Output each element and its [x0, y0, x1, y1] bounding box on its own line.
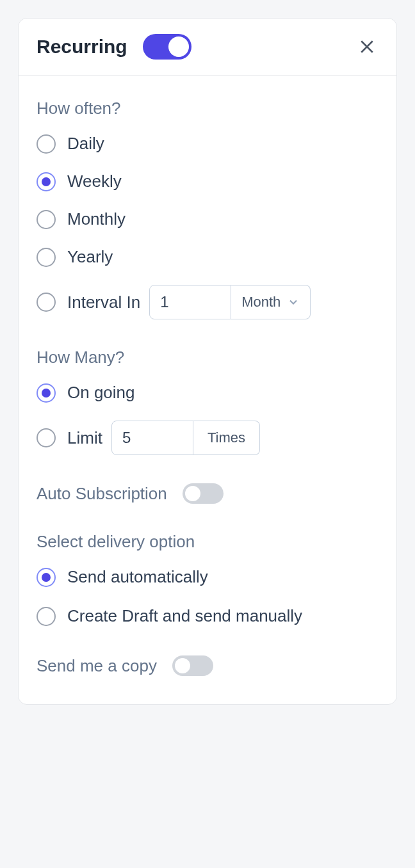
limit-input-group: Times	[111, 421, 260, 455]
radio-label-limit: Limit	[67, 428, 102, 448]
radio-ongoing[interactable]	[37, 383, 56, 403]
interval-unit-label: Month	[241, 294, 281, 310]
radio-label-daily: Daily	[67, 134, 104, 154]
recurring-toggle[interactable]	[143, 34, 191, 60]
interval-unit-select[interactable]: Month	[231, 285, 311, 319]
radio-daily[interactable]	[37, 134, 56, 154]
delivery-option-auto[interactable]: Send automatically	[37, 567, 378, 587]
delivery-option-draft[interactable]: Create Draft and send manually	[37, 605, 378, 627]
radio-interval[interactable]	[37, 293, 56, 312]
freq-option-yearly[interactable]: Yearly	[37, 247, 378, 267]
recurring-panel: Recurring How often? Daily Weekly Monthl…	[18, 18, 397, 705]
auto-subscription-label: Auto Subscription	[37, 484, 167, 504]
auto-subscription-row: Auto Subscription	[37, 483, 378, 504]
toggle-knob	[185, 486, 200, 501]
limit-value-input[interactable]	[111, 421, 193, 455]
limit-unit-box: Times	[193, 421, 260, 455]
freq-option-daily[interactable]: Daily	[37, 134, 378, 154]
freq-option-monthly[interactable]: Monthly	[37, 209, 378, 229]
panel-header: Recurring	[19, 19, 396, 76]
close-button[interactable]	[355, 35, 378, 58]
send-copy-row: Send me a copy	[37, 655, 378, 676]
radio-label-ongoing: On going	[67, 383, 135, 403]
close-icon	[357, 37, 377, 56]
send-copy-toggle[interactable]	[172, 655, 213, 676]
interval-input-group: Month	[149, 285, 311, 319]
radio-monthly[interactable]	[37, 210, 56, 229]
radio-yearly[interactable]	[37, 248, 56, 267]
toggle-knob	[175, 658, 190, 673]
chevron-down-icon	[287, 296, 300, 309]
panel-body: How often? Daily Weekly Monthly Yearly I…	[19, 76, 396, 704]
how-many-label: How Many?	[37, 348, 378, 367]
delivery-label: Select delivery option	[37, 532, 378, 552]
radio-label-weekly: Weekly	[67, 172, 122, 191]
radio-draft[interactable]	[37, 607, 56, 626]
radio-label-yearly: Yearly	[67, 247, 113, 267]
limit-unit-label: Times	[208, 430, 245, 446]
send-copy-label: Send me a copy	[37, 656, 157, 676]
radio-weekly[interactable]	[37, 172, 56, 191]
toggle-knob	[168, 36, 189, 57]
radio-limit[interactable]	[37, 428, 56, 447]
panel-title: Recurring	[37, 36, 127, 58]
freq-option-interval[interactable]: Interval In Month	[37, 285, 378, 319]
how-often-label: How often?	[37, 99, 378, 118]
radio-label-send-auto: Send automatically	[67, 567, 208, 587]
count-option-ongoing[interactable]: On going	[37, 383, 378, 403]
freq-option-weekly[interactable]: Weekly	[37, 172, 378, 191]
radio-label-interval: Interval In	[67, 293, 140, 312]
radio-send-auto[interactable]	[37, 568, 56, 587]
count-option-limit[interactable]: Limit Times	[37, 421, 378, 455]
interval-value-input[interactable]	[149, 285, 231, 319]
auto-subscription-toggle[interactable]	[183, 483, 224, 504]
radio-label-draft: Create Draft and send manually	[67, 605, 302, 627]
radio-label-monthly: Monthly	[67, 209, 126, 229]
